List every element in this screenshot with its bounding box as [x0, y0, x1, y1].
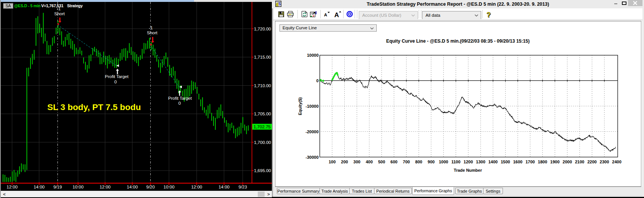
svg-text:400: 400 — [366, 160, 373, 164]
svg-text:9/19: 9/19 — [53, 185, 62, 189]
svg-text:SL 3 body, PT 7.5 bodu: SL 3 body, PT 7.5 bodu — [47, 102, 141, 112]
svg-text:900: 900 — [428, 160, 435, 164]
svg-text:1300: 1300 — [476, 160, 485, 164]
svg-text:1800: 1800 — [538, 160, 547, 164]
svg-text:-10000: -10000 — [305, 104, 318, 109]
svg-text:10000: 10000 — [307, 53, 319, 57]
svg-text:200: 200 — [341, 160, 348, 164]
svg-text:600: 600 — [390, 160, 397, 164]
svg-text:Short: Short — [147, 30, 157, 35]
svg-text:-20000: -20000 — [305, 129, 318, 134]
svg-text:1,695.00: 1,695.00 — [254, 168, 271, 173]
svg-text:Short: Short — [54, 11, 65, 16]
svg-text:700: 700 — [403, 160, 410, 164]
svg-text:-30000: -30000 — [305, 155, 318, 160]
svg-text:1500: 1500 — [501, 160, 510, 164]
svg-text:2300: 2300 — [600, 160, 609, 164]
svg-text:300: 300 — [353, 160, 360, 164]
svg-text:14:00: 14:00 — [127, 185, 138, 189]
svg-text:2000: 2000 — [563, 160, 572, 164]
svg-text:@ES.D - 5 min: @ES.D - 5 min — [14, 3, 40, 8]
svg-text:12:00: 12:00 — [6, 185, 18, 189]
svg-text:9/23: 9/23 — [238, 185, 247, 189]
svg-text:1,702.75: 1,702.75 — [254, 125, 271, 129]
svg-text:Profit Target: Profit Target — [168, 96, 192, 101]
svg-text:1,720.00: 1,720.00 — [254, 27, 271, 31]
svg-text:1700: 1700 — [525, 160, 535, 164]
svg-text:800: 800 — [415, 160, 422, 164]
svg-text:12:00: 12:00 — [100, 185, 111, 189]
svg-text:12:00: 12:00 — [191, 185, 202, 189]
svg-text:1,715.00: 1,715.00 — [254, 55, 271, 59]
svg-text:1,700.00: 1,700.00 — [254, 140, 271, 145]
svg-text:Equity($): Equity($) — [298, 97, 302, 115]
svg-text:10:00: 10:00 — [72, 185, 84, 189]
svg-text:1100: 1100 — [451, 160, 461, 164]
svg-text:1,710.00: 1,710.00 — [254, 83, 271, 88]
svg-text:10:00: 10:00 — [164, 185, 175, 189]
svg-text:0: 0 — [114, 80, 117, 84]
svg-text:2400: 2400 — [612, 160, 621, 164]
svg-text:Profit Target: Profit Target — [105, 74, 129, 79]
svg-text:V=1,767,531: V=1,767,531 — [41, 3, 63, 8]
svg-text:2200: 2200 — [587, 160, 596, 164]
svg-text:1,705.00: 1,705.00 — [254, 112, 271, 116]
svg-text:-1: -1 — [149, 26, 153, 30]
svg-text:14:00: 14:00 — [34, 185, 45, 189]
svg-text:14:00: 14:00 — [218, 185, 230, 189]
svg-text:2100: 2100 — [575, 160, 584, 164]
svg-text:1400: 1400 — [488, 160, 498, 164]
svg-text:1000: 1000 — [439, 160, 448, 164]
svg-text:500: 500 — [378, 160, 385, 164]
svg-text:0: 0 — [316, 78, 318, 83]
svg-text:Trade Number: Trade Number — [454, 168, 482, 172]
svg-text:0: 0 — [178, 101, 181, 105]
svg-text:1900: 1900 — [550, 160, 559, 164]
svg-text:9/20: 9/20 — [146, 185, 155, 189]
svg-text:1600: 1600 — [513, 160, 522, 164]
svg-text:100: 100 — [329, 160, 336, 164]
svg-text:1200: 1200 — [464, 160, 473, 164]
svg-text:Strategy: Strategy — [67, 3, 83, 8]
